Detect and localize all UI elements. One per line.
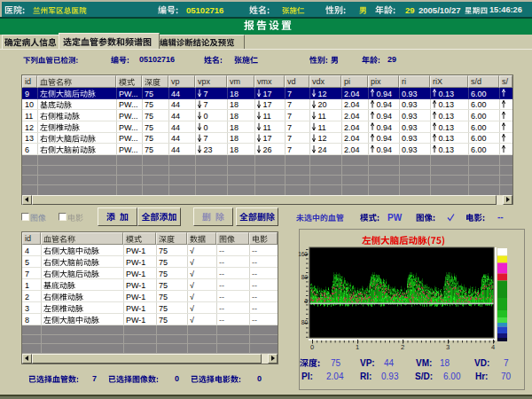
svg-text:2: 2	[401, 343, 404, 351]
svg-text:3: 3	[446, 343, 450, 351]
svg-text:160: 160	[298, 251, 308, 257]
svg-text:80: 80	[301, 274, 309, 280]
svg-text:0: 0	[304, 298, 308, 304]
svg-text:0: 0	[310, 343, 314, 351]
svg-text:80: 80	[301, 319, 309, 325]
svg-text:1: 1	[356, 343, 359, 351]
svg-text:4: 4	[491, 343, 495, 351]
